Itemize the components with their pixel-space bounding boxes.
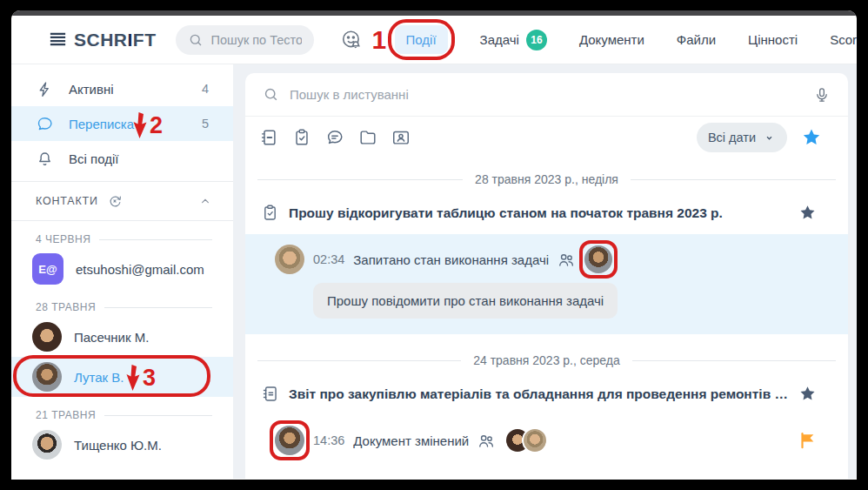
contact-pasechnyk[interactable]: Пасечник М. [11, 317, 233, 357]
event-title: Прошу відкоригувати таблицю станом на по… [289, 205, 789, 221]
event-row-task[interactable]: Прошу відкоригувати таблицю станом на по… [245, 195, 848, 231]
avatar [32, 430, 62, 460]
filter-journal-icon[interactable] [259, 128, 278, 147]
tab-scorecards-label: Scor [830, 32, 857, 47]
annotation-digit: 3 [143, 366, 156, 390]
participant-avatar-annotated[interactable] [584, 245, 612, 273]
message-action: Запитано стан виконання задачі [353, 252, 549, 267]
message-time: 02:34 [313, 252, 344, 266]
event-star-icon[interactable] [798, 204, 817, 222]
contact-group-date: 28 ТРАВНЯ [36, 301, 96, 313]
message-bubble: Прошу повідомити про стан виконання зада… [313, 283, 618, 319]
app-logo[interactable]: SCHRIFT [48, 30, 157, 50]
annotation-step-3: 3 [124, 364, 156, 392]
date-filter-label: Всі дати [708, 131, 756, 144]
message-row[interactable]: 14:36 Документ змінений [245, 412, 848, 471]
tab-files[interactable]: Файли [677, 32, 716, 47]
sidebar-item-count: 4 [202, 82, 209, 96]
participant-avatars [504, 427, 548, 453]
contact-group-date: 21 ТРАВНЯ [36, 409, 96, 421]
tab-tasks-label: Задачі [480, 32, 519, 47]
bell-icon [36, 150, 54, 168]
message-action: Документ змінений [353, 433, 469, 448]
contact-date-group: 21 ТРАВНЯ [36, 409, 212, 421]
filter-folder-icon[interactable] [358, 128, 377, 147]
sender-avatar-annotated[interactable] [275, 426, 304, 455]
annotation-step-1: 1 [372, 27, 387, 53]
top-bar: SCHRIFT 1 Події Задачі 16 Документи Файл… [11, 16, 857, 64]
message-meta: 02:34 Запитано стан виконання задачі [275, 245, 817, 274]
tasks-count-badge: 16 [526, 30, 547, 50]
content-area: Активні 4 Переписка 5 2 [11, 64, 857, 479]
participants-icon [477, 432, 496, 450]
app-window: SCHRIFT 1 Події Задачі 16 Документи Файл… [11, 10, 857, 480]
search-icon [263, 86, 279, 103]
chevron-up-icon[interactable] [198, 194, 212, 208]
contact-etsuhoshi[interactable]: E@ etsuhoshi@gmail.com [11, 249, 233, 289]
feed-search[interactable] [245, 73, 848, 117]
contact-tyshchenko[interactable]: Тищенко Ю.М. [11, 425, 233, 465]
sender-avatar [275, 245, 304, 274]
tab-files-label: Файли [677, 32, 716, 47]
feed-search-input[interactable] [290, 87, 803, 102]
participants-icon [558, 251, 576, 269]
document-event-icon [261, 385, 279, 403]
sidebar-item-label: Всі події [69, 151, 118, 166]
event-row-document[interactable]: Звіт про закупівлю матеріалів та обладна… [245, 376, 848, 412]
contact-group-date: 4 ЧЕРВНЯ [36, 233, 90, 245]
chevron-down-icon [763, 131, 776, 144]
sidebar-item-label: Активні [69, 82, 114, 97]
contact-lutak[interactable]: Лутак В. 3 [11, 357, 233, 397]
date-separator: 28 травня 2023 р., неділя [257, 172, 836, 186]
filter-contact-card-icon[interactable] [391, 128, 411, 147]
search-icon [188, 32, 204, 48]
participant-avatar [522, 427, 548, 453]
contact-name: Пасечник М. [74, 330, 149, 345]
avatar [32, 322, 62, 352]
hamburger-menu-icon[interactable] [48, 30, 68, 50]
step-arrow-icon [124, 364, 142, 392]
sidebar-item-correspondence[interactable]: Переписка 5 2 [11, 106, 233, 141]
sidebar: Активні 4 Переписка 5 2 [11, 64, 233, 479]
event-title: Звіт про закупівлю матеріалів та обладна… [289, 386, 789, 402]
sidebar-item-all-events[interactable]: Всі події [11, 141, 233, 176]
global-search[interactable] [176, 25, 314, 55]
message-block-highlighted[interactable]: 02:34 Запитано стан виконання задачі Про… [245, 234, 848, 334]
filter-chat-icon[interactable] [325, 128, 344, 147]
filter-bar: Всі дати [245, 117, 848, 158]
annotation-digit: 1 [372, 27, 387, 53]
avatar: E@ [32, 253, 63, 285]
contact-name: Тищенко Ю.М. [74, 438, 162, 453]
sidebar-item-active[interactable]: Активні 4 [11, 71, 233, 106]
favorites-filter-star-icon[interactable] [801, 127, 822, 148]
support-smiley-icon[interactable] [340, 29, 363, 51]
contact-name: Лутак В. [74, 370, 124, 385]
tab-values[interactable]: Цінності [748, 32, 798, 47]
date-separator: 24 травня 2023 р., середа [257, 353, 836, 367]
tab-events[interactable]: 1 Події [395, 25, 448, 54]
annotation-digit: 2 [150, 114, 163, 138]
logo-text: SCHRIFT [74, 30, 157, 50]
contact-date-group: 4 ЧЕРВНЯ [36, 233, 212, 245]
event-star-icon[interactable] [798, 385, 817, 403]
avatar [32, 362, 62, 392]
microphone-icon[interactable] [813, 86, 831, 104]
annotation-step-2: 2 [131, 111, 163, 139]
contact-name: etsuhoshi@gmail.com [76, 262, 204, 277]
tab-tasks[interactable]: Задачі 16 [480, 30, 547, 50]
tab-scorecards[interactable]: Scor [830, 32, 857, 47]
contacts-title: КОНТАКТИ [36, 195, 98, 207]
contacts-header[interactable]: КОНТАКТИ [11, 182, 233, 220]
main-nav: 1 Події Задачі 16 Документи Файли Ціннос… [340, 25, 857, 54]
sidebar-item-label: Переписка [69, 117, 134, 131]
date-separator-label: 24 травня 2023 р., середа [473, 353, 620, 367]
sync-contacts-icon[interactable] [107, 193, 123, 209]
divider [11, 220, 233, 221]
main-area: Всі дати 28 травня 2023 р., неділя [233, 64, 857, 479]
global-search-input[interactable] [211, 33, 302, 47]
tab-documents[interactable]: Документи [579, 32, 644, 47]
filter-task-icon[interactable] [292, 128, 311, 147]
date-filter-dropdown[interactable]: Всі дати [697, 123, 787, 152]
flag-icon[interactable] [798, 431, 817, 450]
task-event-icon [261, 204, 279, 222]
